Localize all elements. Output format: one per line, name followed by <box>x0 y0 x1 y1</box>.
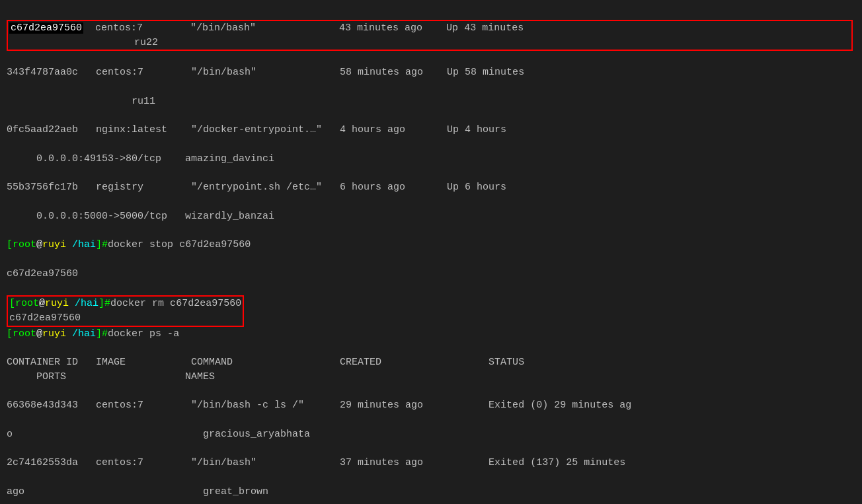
container-row-1: 66368e43d343 centos:7 "/bin/bash -c ls /… <box>7 398 855 413</box>
prompt-ps-a: [root@ruyi /hai]#docker ps -a <box>7 327 855 342</box>
container-row-2: 2c74162553da centos:7 "/bin/bash" 37 min… <box>7 456 855 470</box>
terminal-output: c67d2ea97560 centos:7 "/bin/bash" 43 min… <box>7 5 855 504</box>
prompt-stop: [root@ruyi /hai]#docker stop c67d2ea9756… <box>7 238 855 252</box>
container-id-1: c67d2ea97560 <box>9 22 83 34</box>
line-5: 0.0.0.0:49153->80/tcp amazing_davinci <box>7 152 855 166</box>
ps-header: CONTAINER ID IMAGE COMMAND CREATED STATU… <box>7 355 855 384</box>
line-2: 343f4787aa0c centos:7 "/bin/bash" 58 min… <box>7 65 855 80</box>
first-highlighted-block: c67d2ea97560 centos:7 "/bin/bash" 43 min… <box>7 20 853 52</box>
second-highlighted-block: [root@ruyi /hai]#docker rm c67d2ea97560 … <box>7 295 244 327</box>
line-7: 0.0.0.0:5000->5000/tcp wizardly_banzai <box>7 209 855 224</box>
container-row-1b: o gracious_aryabhata <box>7 427 855 442</box>
stop-output: c67d2ea97560 <box>7 267 855 281</box>
line-6: 55b3756fc17b registry "/entrypoint.sh /e… <box>7 180 855 195</box>
rm-output: c67d2ea97560 <box>9 312 81 324</box>
prompt-rm: [root@ruyi /hai]#docker rm c67d2ea97560 <box>9 298 241 309</box>
line-4: 0fc5aad22aeb nginx:latest "/docker-entry… <box>7 123 855 137</box>
line-3: ru11 <box>7 94 855 109</box>
container-row-2b: ago great_brown <box>7 485 855 499</box>
